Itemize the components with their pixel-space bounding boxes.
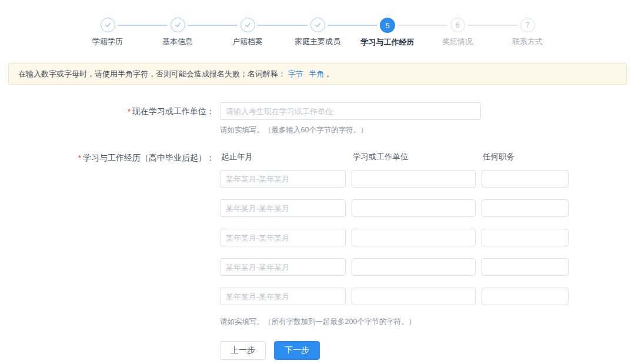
- current-unit-label: *现在学习或工作单位：: [0, 102, 215, 121]
- step-label: 家庭主要成员: [295, 36, 340, 47]
- step-3-household-file: 户籍档案: [213, 18, 283, 48]
- duty-input-1[interactable]: [482, 170, 569, 188]
- step-number-circle: 5: [380, 18, 395, 33]
- experience-row-2: [220, 199, 569, 217]
- step-number-circle: 6: [450, 18, 465, 32]
- unit-input-3[interactable]: [352, 229, 476, 246]
- check-icon: [244, 21, 252, 29]
- duty-input-4[interactable]: [482, 258, 569, 276]
- experience-row-1: [220, 170, 569, 188]
- step-number: 6: [455, 21, 459, 29]
- duty-input-3[interactable]: [482, 229, 569, 246]
- period-input-1[interactable]: [220, 170, 346, 188]
- step-label: 户籍档案: [232, 36, 263, 47]
- link-byte-glossary[interactable]: 字节: [288, 69, 303, 78]
- step-check-circle: [101, 18, 115, 32]
- current-unit-row: *现在学习或工作单位： 请如实填写。（最多输入60个字节的字符。）: [0, 102, 635, 135]
- required-mark: *: [78, 153, 81, 162]
- step-number-circle: 7: [520, 18, 535, 32]
- column-header-period: 起止年月: [220, 152, 346, 162]
- form-actions: 上一步 下一步: [220, 341, 569, 360]
- unit-input-2[interactable]: [352, 199, 476, 217]
- column-header-duty: 任何职务: [482, 152, 569, 162]
- unit-input-1[interactable]: [352, 170, 476, 188]
- step-6-rewards-punishments: 6 奖惩情况: [423, 18, 493, 48]
- steps-indicator: 学籍学历 基本信息 户籍档案 家庭主要成员 5: [73, 18, 563, 48]
- period-input-3[interactable]: [220, 229, 346, 246]
- registration-form-page: 学籍学历 基本信息 户籍档案 家庭主要成员 5: [0, 18, 635, 364]
- step-number: 5: [385, 21, 389, 30]
- link-halfwidth-glossary[interactable]: 半角: [309, 69, 324, 78]
- check-icon: [174, 21, 182, 29]
- experience-label: *学习与工作经历（高中毕业后起）：: [0, 152, 215, 163]
- step-label: 学习与工作经历: [361, 37, 415, 48]
- experience-form: *现在学习或工作单位： 请如实填写。（最多输入60个字节的字符。） *学习与工作…: [0, 102, 635, 360]
- period-input-5[interactable]: [220, 288, 346, 305]
- step-7-contact-info: 7 联系方式: [493, 18, 563, 48]
- step-2-basic-info: 基本信息: [143, 18, 213, 48]
- experience-row-5: [220, 288, 569, 305]
- step-4-family-members: 家庭主要成员: [283, 18, 353, 48]
- step-check-circle: [240, 18, 255, 32]
- required-mark: *: [128, 107, 131, 116]
- step-label: 学籍学历: [92, 36, 123, 47]
- notice-text-suffix: 。: [326, 69, 334, 78]
- step-label: 基本信息: [162, 36, 193, 47]
- step-5-study-work-experience: 5 学习与工作经历: [353, 18, 423, 48]
- experience-row-4: [220, 258, 569, 276]
- experience-section: *学习与工作经历（高中毕业后起）： 起止年月 学习或工作单位 任何职务: [0, 152, 635, 360]
- unit-input-4[interactable]: [352, 258, 476, 276]
- duty-input-5[interactable]: [482, 288, 569, 305]
- notice-bar: 在输入数字或字母时，请使用半角字符，否则可能会造成报名失败；名词解释： 字节 半…: [8, 63, 627, 85]
- unit-input-5[interactable]: [352, 288, 476, 305]
- column-header-unit: 学习或工作单位: [352, 152, 476, 162]
- step-label: 奖惩情况: [442, 36, 473, 47]
- check-icon: [104, 21, 112, 29]
- period-input-4[interactable]: [220, 258, 346, 276]
- step-number: 7: [525, 21, 529, 29]
- experience-row-3: [220, 229, 569, 246]
- step-check-circle: [171, 18, 185, 32]
- next-step-button[interactable]: 下一步: [274, 341, 320, 360]
- duty-input-2[interactable]: [482, 199, 569, 217]
- previous-step-button[interactable]: 上一步: [220, 341, 266, 360]
- period-input-2[interactable]: [220, 199, 346, 217]
- check-icon: [314, 21, 322, 29]
- notice-text: 在输入数字或字母时，请使用半角字符，否则可能会造成报名失败；名词解释：: [18, 69, 286, 78]
- experience-column-headers: 起止年月 学习或工作单位 任何职务: [220, 152, 569, 162]
- step-label: 联系方式: [512, 36, 543, 47]
- current-unit-help: 请如实填写。（最多输入60个字节的字符。）: [220, 125, 481, 135]
- step-check-circle: [310, 18, 325, 32]
- step-1-school-record: 学籍学历: [73, 18, 143, 48]
- experience-help: 请如实填写。（所有字数加到一起最多200个字节的字符。）: [220, 317, 569, 327]
- current-unit-input[interactable]: [220, 102, 481, 120]
